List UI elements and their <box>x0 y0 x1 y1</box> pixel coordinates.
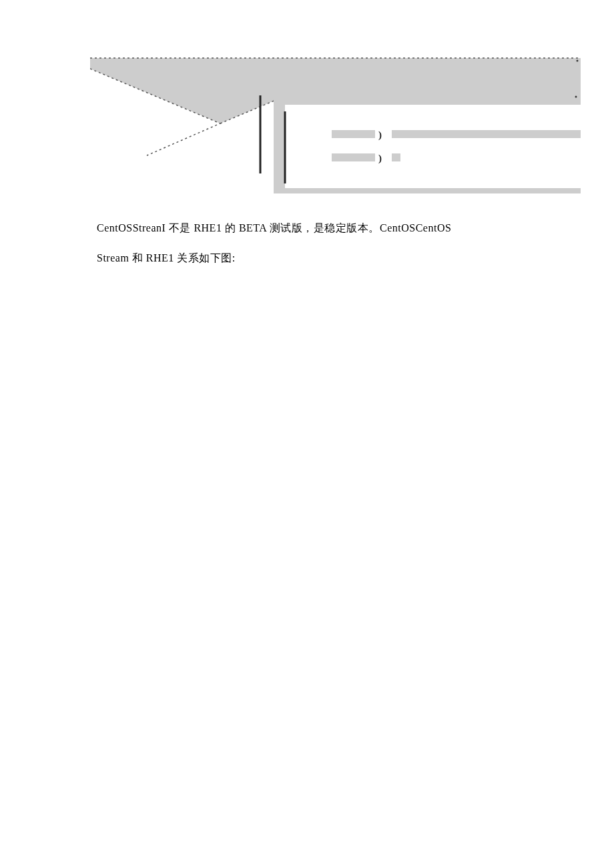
svg-rect-9 <box>392 153 400 161</box>
relationship-diagram: ) ) <box>90 57 581 193</box>
svg-rect-1 <box>285 105 581 188</box>
body-text: CentOSStreanI 不是 RHE1 的 BETA 测试版，是稳定版本。C… <box>97 213 524 274</box>
svg-rect-7 <box>332 153 375 161</box>
svg-text:): ) <box>378 153 382 164</box>
svg-point-10 <box>577 60 579 62</box>
svg-rect-4 <box>332 130 375 138</box>
svg-text:): ) <box>378 129 382 141</box>
paragraph-line-1: CentOSStreanI 不是 RHE1 的 BETA 测试版，是稳定版本。C… <box>97 213 524 244</box>
paragraph-line-2: Stream 和 RHE1 关系如下图: <box>97 244 524 274</box>
svg-rect-6 <box>392 130 581 138</box>
svg-point-11 <box>575 96 577 98</box>
